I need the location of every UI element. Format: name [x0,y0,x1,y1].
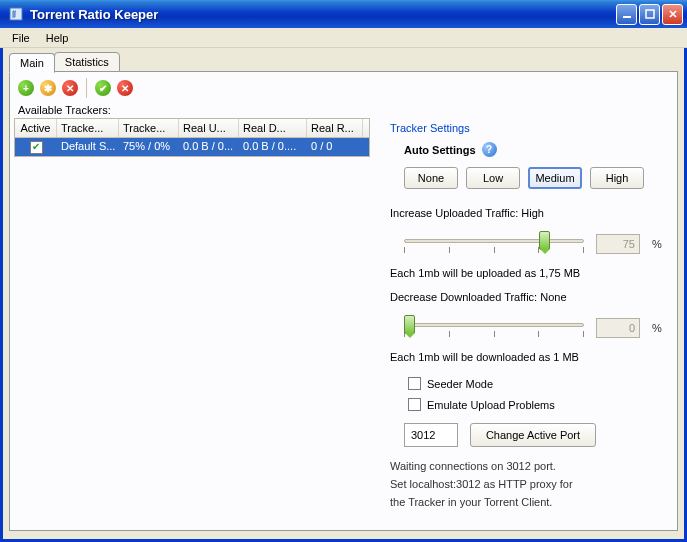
col-tracker2[interactable]: Tracke... [119,119,179,137]
close-button[interactable] [662,4,683,25]
increase-traffic-label: Increase Uploaded Traffic: High [390,203,665,223]
emulate-problems-checkbox[interactable] [408,398,421,411]
increase-slider-thumb[interactable] [539,231,550,250]
svg-rect-1 [623,16,631,18]
trackers-table: Active Tracke... Tracke... Real U... Rea… [14,118,370,157]
increase-pct: % [652,238,662,250]
col-active[interactable]: Active [15,119,57,137]
info-line-3: the Tracker in your Torrent Client. [390,493,665,511]
emulate-problems-label: Emulate Upload Problems [427,399,555,411]
tracker-settings-title: Tracker Settings [390,120,665,142]
col-tracker1[interactable]: Tracke... [57,119,119,137]
menu-bar: File Help [0,28,687,48]
menu-help[interactable]: Help [38,30,77,46]
cell-name: Default S... [57,138,119,156]
toolbar-separator [86,78,87,98]
cell-real-d: 0.0 B / 0.... [239,138,307,156]
settings-icon[interactable]: ✱ [40,80,56,96]
preset-none-button[interactable]: None [404,167,458,189]
cell-real-r: 0 / 0 [307,138,363,156]
cell-active[interactable] [15,138,57,156]
svg-rect-2 [646,10,654,18]
decrease-pct: % [652,322,662,334]
preset-high-button[interactable]: High [590,167,644,189]
info-line-1: Waiting connections on 3012 port. [390,457,665,475]
tracker-settings-panel: Tracker Settings Auto Settings ? None Lo… [372,118,673,511]
col-real-r[interactable]: Real R... [307,119,363,137]
app-icon [8,6,24,22]
port-input[interactable] [404,423,458,447]
cell-real-u: 0.0 B / 0... [179,138,239,156]
menu-file[interactable]: File [4,30,38,46]
title-bar: Torrent Ratio Keeper [0,0,687,28]
tab-content-main: + ✱ ✕ ✔ ✕ Available Trackers: Active Tra… [9,71,678,531]
maximize-button[interactable] [639,4,660,25]
svg-rect-0 [10,8,22,20]
decrease-traffic-label: Decrease Downloaded Traffic: None [390,283,665,307]
col-real-u[interactable]: Real U... [179,119,239,137]
preset-medium-button[interactable]: Medium [528,167,582,189]
col-real-d[interactable]: Real D... [239,119,307,137]
each-upload-label: Each 1mb will be uploaded as 1,75 MB [390,263,665,283]
seeder-mode-checkbox[interactable] [408,377,421,390]
each-download-label: Each 1mb will be downloaded as 1 MB [390,347,665,367]
decrease-slider[interactable] [404,313,584,343]
help-icon[interactable]: ? [482,142,497,157]
row-checkbox-icon[interactable] [30,141,43,154]
apply-icon[interactable]: ✔ [95,80,111,96]
table-row[interactable]: Default S... 75% / 0% 0.0 B / 0... 0.0 B… [15,138,369,156]
add-tracker-icon[interactable]: + [18,80,34,96]
minimize-button[interactable] [616,4,637,25]
tab-main[interactable]: Main [9,53,55,73]
info-line-2: Set localhost:3012 as HTTP proxy for [390,475,665,493]
cell-tracked: 75% / 0% [119,138,179,156]
available-trackers-label: Available Trackers: [14,102,673,118]
change-port-button[interactable]: Change Active Port [470,423,596,447]
preset-low-button[interactable]: Low [466,167,520,189]
decrease-value-field [596,318,640,338]
toolbar: + ✱ ✕ ✔ ✕ [14,76,673,102]
tabs: Main Statistics [9,52,678,72]
decrease-slider-thumb[interactable] [404,315,415,334]
seeder-mode-label: Seeder Mode [427,378,493,390]
auto-settings-label: Auto Settings [404,144,476,156]
window-title: Torrent Ratio Keeper [28,7,616,22]
tab-statistics[interactable]: Statistics [54,52,120,72]
cancel-icon[interactable]: ✕ [117,80,133,96]
table-header: Active Tracke... Tracke... Real U... Rea… [15,119,369,138]
workspace: Main Statistics + ✱ ✕ ✔ ✕ Available Trac… [0,48,687,542]
delete-tracker-icon[interactable]: ✕ [62,80,78,96]
increase-value-field [596,234,640,254]
increase-slider[interactable] [404,229,584,259]
